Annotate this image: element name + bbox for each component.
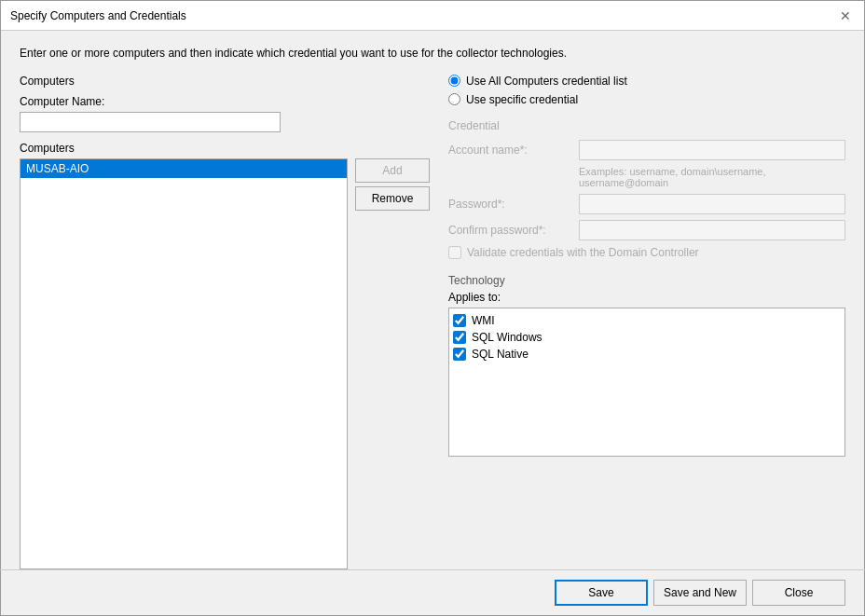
confirm-password-row: Confirm password*: [448,220,845,240]
validate-row: Validate credentials with the Domain Con… [448,246,845,259]
dialog-title: Specify Computers and Credentials [10,9,186,22]
computers-list-label: Computers [20,142,430,155]
validate-label: Validate credentials with the Domain Con… [467,246,699,259]
confirm-password-input[interactable] [579,220,845,240]
close-icon[interactable]: ✕ [836,7,855,25]
save-and-new-button[interactable]: Save and New [653,580,747,606]
validate-checkbox[interactable] [448,246,461,259]
description-text: Enter one or more computers and then ind… [20,46,845,62]
technology-listbox: WMI SQL Windows SQL Native [448,308,845,457]
use-specific-credential-label[interactable]: Use specific credential [466,93,578,106]
sql-windows-checkbox[interactable] [453,331,466,344]
sql-windows-label: SQL Windows [472,331,542,344]
computers-list-area: MUSAB-AIO Add Remove [20,158,430,569]
add-button[interactable]: Add [355,158,430,183]
list-buttons: Add Remove [355,158,430,569]
tech-item-sql-windows: SQL Windows [453,329,841,346]
use-specific-credential-radio[interactable] [448,93,460,105]
password-row: Password*: [448,194,845,214]
account-name-row: Account name*: [448,140,845,160]
left-panel: Computers Computer Name: Computers MUSAB… [20,75,430,569]
list-item[interactable]: MUSAB-AIO [21,159,347,178]
use-specific-row: Use specific credential [448,93,845,106]
credential-section-title: Credential [448,119,845,132]
computer-name-field-label: Computer Name: [20,95,430,108]
computer-name-label-text: Computer Name: [20,95,104,108]
examples-text: Examples: username, domain\username, use… [579,166,845,188]
password-label: Password*: [448,198,579,211]
use-all-computers-label[interactable]: Use All Computers credential list [466,75,627,88]
credential-section: Credential Account name*: Examples: user… [448,119,845,259]
computers-listbox[interactable]: MUSAB-AIO [20,158,348,569]
account-name-input[interactable] [579,140,845,160]
sql-native-label: SQL Native [472,348,529,361]
applies-to-label: Applies to: [448,291,845,304]
confirm-password-label: Confirm password*: [448,224,579,237]
close-button[interactable]: Close [752,580,845,606]
main-content: Computers Computer Name: Computers MUSAB… [20,75,845,569]
use-all-computers-row: Use All Computers credential list [448,75,845,88]
dialog: Specify Computers and Credentials ✕ Ente… [0,0,865,616]
right-panel: Use All Computers credential list Use sp… [448,75,845,569]
computer-name-input[interactable] [20,112,281,132]
technology-section: Technology Applies to: WMI SQL Windows [448,274,845,457]
sql-native-checkbox[interactable] [453,348,466,361]
dialog-body: Enter one or more computers and then ind… [1,31,864,569]
save-button[interactable]: Save [555,580,648,606]
computers-section-label: Computers [20,75,430,88]
tech-item-sql-native: SQL Native [453,346,841,363]
title-bar: Specify Computers and Credentials ✕ [1,1,864,31]
password-input[interactable] [579,194,845,214]
remove-button[interactable]: Remove [355,186,430,211]
tech-item-wmi: WMI [453,312,841,329]
wmi-label: WMI [472,314,495,327]
radio-group: Use All Computers credential list Use sp… [448,75,845,106]
technology-section-title: Technology [448,274,845,287]
dialog-footer: Save Save and New Close [1,570,864,615]
wmi-checkbox[interactable] [453,314,466,327]
use-all-computers-radio[interactable] [448,75,460,87]
account-name-label: Account name*: [448,144,579,157]
